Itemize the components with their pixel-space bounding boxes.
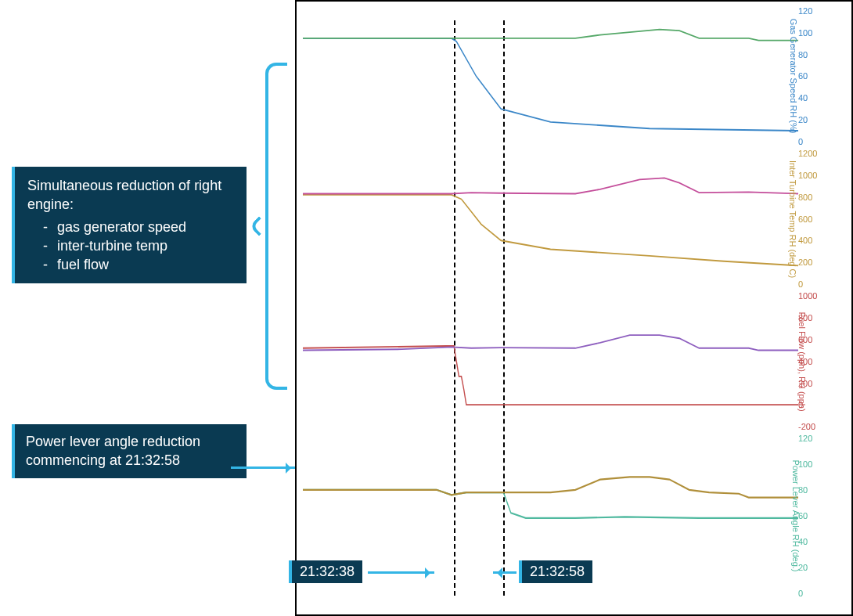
callout-right-engine: Simultaneous reduction of right engine: …	[12, 167, 247, 283]
chart-svg	[303, 11, 798, 142]
series-line	[303, 38, 798, 131]
series-line	[303, 30, 798, 41]
y-axis: 020406080100120	[798, 11, 841, 142]
arrow-icon	[368, 571, 434, 574]
y-tick-label: 120	[798, 6, 812, 16]
arrow-icon	[493, 571, 516, 574]
series-line	[303, 178, 798, 193]
y-tick-label: 100	[798, 28, 812, 38]
y-tick-label: 1000	[798, 171, 817, 180]
y-tick-label: 800	[798, 193, 812, 202]
callout-list: gas generator speed inter-turbine temp f…	[27, 218, 234, 275]
plot-area: 020406080100120 Gas Generator Speed RH (…	[303, 11, 798, 605]
y-tick-label: 100	[798, 459, 812, 469]
y-axis-label: Fuel Flow (pph), RH (pph)	[797, 312, 806, 411]
y-tick-label: 20	[798, 115, 808, 124]
panel-inter-turbine: 020040060080010001200 Inter Turbine Temp…	[303, 153, 798, 284]
y-axis-label: Gas Generator Speed RH (%)	[790, 19, 799, 134]
series-line	[303, 335, 798, 350]
chart-frame: 020406080100120 Gas Generator Speed RH (…	[295, 0, 853, 616]
callout-item: gas generator speed	[43, 218, 234, 236]
callout-item: inter-turbine temp	[43, 236, 234, 255]
y-tick-label: 0	[798, 589, 803, 598]
series-line	[303, 477, 798, 498]
panel-gas-generator: 020406080100120 Gas Generator Speed RH (…	[303, 11, 798, 142]
arrow-icon	[231, 467, 295, 469]
panel-fuel-flow: -20002004006008001000 Fuel Flow (pph), R…	[303, 296, 798, 427]
y-tick-label: 0	[798, 137, 803, 146]
callout-title: Simultaneous reduction of right engine:	[27, 176, 234, 214]
y-tick-label: 400	[798, 236, 812, 245]
time-text: 21:32:58	[530, 564, 585, 579]
series-line	[303, 195, 798, 265]
time-label-1: 21:32:38	[289, 560, 362, 583]
y-axis-label: Power Lever Angle RH (deg.)	[790, 460, 800, 572]
y-tick-label: 200	[798, 258, 812, 267]
callout-text: Power lever angle reduction commencing a…	[26, 432, 236, 470]
series-line	[303, 490, 798, 518]
y-tick-label: 1000	[798, 291, 817, 301]
time-label-2: 21:32:58	[519, 560, 592, 583]
chart-svg	[303, 296, 798, 427]
y-tick-label: 0	[798, 279, 803, 289]
time-text: 21:32:38	[300, 564, 355, 579]
y-tick-label: 60	[798, 71, 808, 81]
y-axis-label: Inter Turbine Temp RH (deg C)	[788, 160, 797, 278]
chart-svg	[303, 153, 798, 284]
y-tick-label: 120	[798, 434, 812, 443]
y-tick-label: -200	[798, 422, 815, 431]
y-tick-label: 80	[798, 50, 808, 59]
callout-pla: Power lever angle reduction commencing a…	[12, 424, 247, 478]
y-tick-label: 600	[798, 214, 812, 224]
y-tick-label: 40	[798, 93, 808, 103]
y-tick-label: 1200	[798, 149, 817, 158]
y-axis: 020040060080010001200	[798, 153, 841, 284]
series-line	[303, 346, 798, 405]
callout-item: fuel flow	[43, 255, 234, 274]
y-axis: 020406080100120	[798, 438, 841, 593]
